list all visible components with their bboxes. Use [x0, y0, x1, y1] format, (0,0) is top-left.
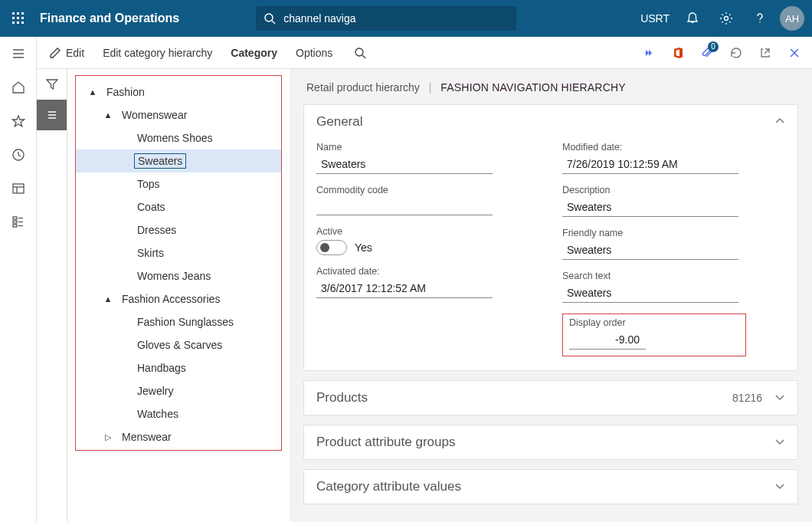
attachments-icon[interactable]: 0	[692, 37, 722, 69]
global-header: Finance and Operations channel naviga US…	[0, 0, 812, 37]
modified-date-field[interactable]: Modified date: 7/26/2019 10:12:59 AM	[562, 142, 785, 174]
tree-node-gloves-scarves[interactable]: Gloves & Scarves	[76, 333, 281, 356]
tree-node-menswear[interactable]: ▷Menswear	[76, 425, 281, 448]
tree-node-skirts[interactable]: Skirts	[76, 241, 281, 264]
svg-point-12	[759, 21, 761, 23]
company-picker[interactable]: USRT	[634, 12, 676, 25]
office-icon[interactable]	[663, 37, 692, 69]
category-attribute-values-section[interactable]: Category attribute values	[303, 469, 798, 504]
chevron-up-icon	[774, 116, 785, 129]
commodity-code-field[interactable]: Commodity code	[316, 185, 539, 215]
tree-node-womens-jeans[interactable]: Womens Jeans	[76, 264, 281, 287]
tree-node-jewelry[interactable]: Jewelry	[76, 379, 281, 402]
tree-node-fashion-accessories[interactable]: ▲Fashion Accessories	[76, 287, 281, 310]
svg-point-26	[355, 48, 363, 56]
tree-node-womens-shoes[interactable]: Womens Shoes	[76, 126, 281, 149]
user-avatar[interactable]: AH	[780, 6, 804, 31]
popout-icon[interactable]	[751, 37, 780, 69]
list-toolbar	[37, 69, 67, 522]
workspaces-icon[interactable]	[0, 172, 37, 205]
friendly-name-field[interactable]: Friendly name Sweaters	[562, 228, 785, 260]
product-attribute-groups-section[interactable]: Product attribute groups	[303, 425, 798, 460]
breadcrumb-root[interactable]: Retail product hierarchy	[306, 81, 420, 94]
svg-line-27	[362, 55, 365, 58]
general-section: General Name Sweaters	[303, 104, 798, 371]
category-tree-panel: ▲Fashion ▲Womenswear Womens Shoes Sweate…	[67, 69, 290, 522]
options-tab[interactable]: Options	[286, 37, 342, 69]
action-bar: Edit Edit category hierarchy Category Op…	[37, 37, 812, 69]
attachments-badge: 0	[708, 41, 719, 52]
svg-rect-8	[21, 21, 24, 24]
svg-rect-0	[12, 12, 15, 15]
tree-node-watches[interactable]: Watches	[76, 402, 281, 425]
name-field[interactable]: Name Sweaters	[316, 142, 539, 174]
svg-rect-1	[17, 12, 19, 15]
svg-line-28	[765, 49, 769, 54]
list-view-icon[interactable]	[37, 100, 67, 130]
linked-icon[interactable]	[634, 37, 663, 69]
tree-node-tops[interactable]: Tops	[76, 172, 281, 195]
tree-node-dresses[interactable]: Dresses	[76, 218, 281, 241]
chevron-down-icon	[774, 436, 785, 449]
search-text: channel naviga	[283, 12, 355, 25]
svg-rect-7	[17, 21, 19, 24]
home-icon[interactable]	[0, 71, 37, 104]
svg-rect-5	[21, 17, 24, 19]
chevron-down-icon	[774, 481, 785, 494]
app-launcher-icon[interactable]	[0, 0, 37, 37]
settings-icon[interactable]	[709, 0, 743, 37]
favorites-icon[interactable]	[0, 104, 37, 138]
description-field[interactable]: Description Sweaters	[562, 185, 785, 217]
svg-rect-4	[17, 17, 19, 19]
products-section[interactable]: Products 81216	[303, 380, 798, 415]
app-title: Finance and Operations	[37, 11, 225, 25]
action-search-icon[interactable]	[342, 37, 383, 69]
category-tab[interactable]: Category	[221, 37, 286, 69]
detail-pane: Retail product hierarchy | FASHION NAVIG…	[290, 69, 812, 522]
hamburger-icon[interactable]	[0, 37, 37, 71]
search-text-field[interactable]: Search text Sweaters	[562, 271, 785, 303]
nav-rail	[0, 37, 37, 522]
edit-button[interactable]: Edit	[40, 37, 93, 69]
general-header[interactable]: General	[304, 105, 797, 139]
active-field[interactable]: Active Yes	[316, 226, 539, 255]
svg-rect-22	[13, 225, 17, 227]
tree-node-fashion[interactable]: ▲Fashion	[76, 80, 281, 103]
refresh-icon[interactable]	[722, 37, 751, 69]
tree-node-coats[interactable]: Coats	[76, 195, 281, 218]
tree-node-womenswear[interactable]: ▲Womenswear	[76, 103, 281, 126]
svg-rect-6	[12, 21, 15, 24]
chevron-down-icon	[774, 392, 785, 405]
display-order-field[interactable]: Display order -9.00	[569, 317, 739, 350]
svg-rect-3	[12, 17, 15, 19]
svg-line-10	[272, 21, 275, 24]
global-search[interactable]: channel naviga	[256, 6, 516, 31]
svg-rect-2	[21, 12, 24, 15]
tree-node-sweaters[interactable]: Sweaters	[76, 149, 281, 172]
breadcrumb: Retail product hierarchy | FASHION NAVIG…	[306, 81, 798, 94]
svg-rect-17	[13, 184, 24, 193]
category-tree[interactable]: ▲Fashion ▲Womenswear Womens Shoes Sweate…	[75, 75, 282, 451]
products-count: 81216	[732, 392, 762, 404]
filter-icon[interactable]	[37, 69, 67, 100]
recent-icon[interactable]	[0, 138, 37, 172]
edit-hierarchy-button[interactable]: Edit category hierarchy	[93, 37, 221, 69]
svg-rect-21	[13, 221, 17, 223]
svg-point-9	[265, 14, 273, 21]
close-button[interactable]	[780, 37, 809, 69]
svg-rect-20	[13, 217, 17, 219]
svg-point-11	[725, 17, 729, 21]
display-order-highlight: Display order -9.00	[562, 314, 746, 356]
activated-date-field[interactable]: Activated date: 3/6/2017 12:12:52 AM	[316, 266, 539, 298]
tree-node-handbags[interactable]: Handbags	[76, 356, 281, 379]
modules-icon[interactable]	[0, 205, 37, 239]
help-icon[interactable]	[743, 0, 777, 37]
notifications-icon[interactable]	[676, 0, 709, 37]
active-toggle[interactable]	[316, 240, 347, 255]
breadcrumb-current: FASHION NAVIGATION HIERARCHY	[440, 81, 626, 94]
tree-node-fashion-sunglasses[interactable]: Fashion Sunglasses	[76, 310, 281, 333]
